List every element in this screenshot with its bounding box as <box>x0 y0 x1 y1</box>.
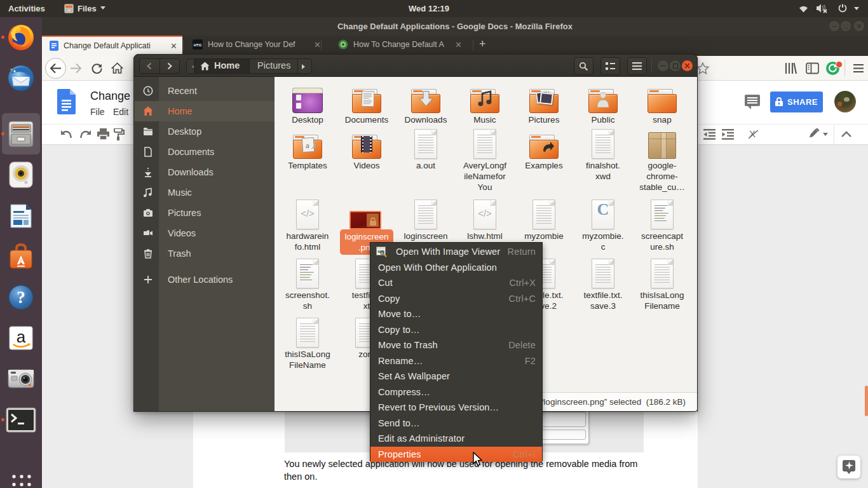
svg-text:?: ? <box>17 288 25 307</box>
svg-text:HTG: HTG <box>194 43 202 47</box>
svg-text:a: a <box>17 327 26 346</box>
svg-text:a: a <box>306 140 309 150</box>
